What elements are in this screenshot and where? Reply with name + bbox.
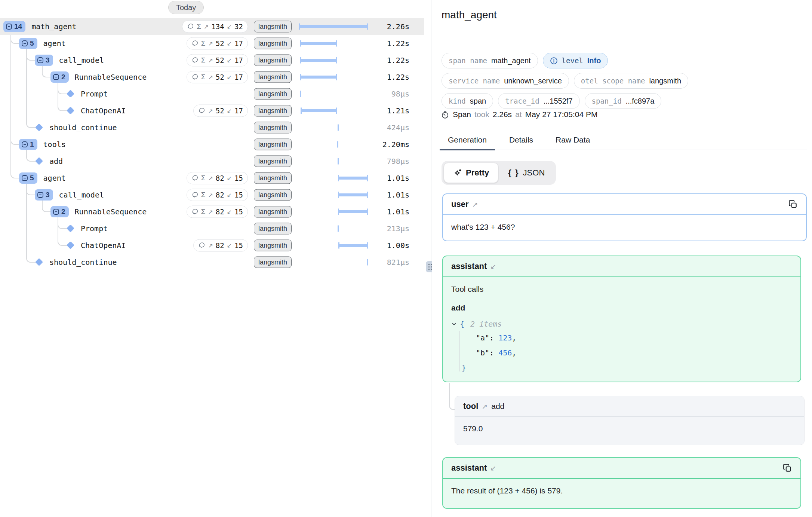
toggle-pretty[interactable]: Pretty <box>444 163 498 183</box>
output-tokens: 15 <box>234 208 243 216</box>
chevron-down-icon[interactable] <box>451 321 457 327</box>
json-indent-guide <box>459 331 460 371</box>
tool-call-arg-lines: "a": 123,"b": 456, <box>451 330 792 360</box>
timeline-bar <box>301 76 337 79</box>
tool-call-args-json: { 2 items "a": 123,"b": 456, } <box>451 318 792 375</box>
collapse-icon <box>37 57 44 64</box>
trace-row-agent[interactable]: 5agentΣ↗82↙15langsmith1.01s <box>0 169 424 186</box>
output-tokens: 15 <box>234 241 243 250</box>
collapse-icon <box>53 208 59 215</box>
langsmith-tag: langsmith <box>254 256 292 268</box>
leaf-diamond-icon <box>67 107 74 114</box>
span-name-label: agent <box>43 39 66 48</box>
token-usage-badge: Σ↗82↙15 <box>187 205 248 218</box>
output-tokens: 17 <box>234 56 243 64</box>
copy-button[interactable] <box>782 463 792 473</box>
span-timeline <box>299 68 367 85</box>
span-timeline <box>299 254 367 270</box>
tab-details[interactable]: Details <box>501 133 541 150</box>
collapse-icon <box>6 23 12 30</box>
tool-call-name: add <box>451 303 792 312</box>
trace-row-ChatOpenAI[interactable]: ChatOpenAI↗82↙15langsmith1.00s <box>0 237 424 254</box>
trace-row-should_continue[interactable]: should_continuelangsmith424µs <box>0 119 424 136</box>
trace-row-call_model[interactable]: 3call_modelΣ↗52↙17langsmith1.22s <box>0 52 424 68</box>
span-timeline <box>299 102 367 119</box>
attribute-pill-span_id: span_id...fc897a <box>585 93 662 109</box>
span-name-label: should_continue <box>49 123 117 132</box>
attribute-value: math_agent <box>491 56 531 65</box>
input-tokens-arrow-icon: ↗ <box>208 242 213 249</box>
attribute-pill-level: levelInfo <box>543 53 608 68</box>
timeline-tick <box>338 158 339 164</box>
span-duration: 1.22s <box>387 56 409 65</box>
tab-raw-data[interactable]: Raw Data <box>547 133 598 150</box>
trace-row-ChatOpenAI[interactable]: ChatOpenAI↗52↙17langsmith1.21s <box>0 102 424 119</box>
token-usage-badge: Σ↗82↙15 <box>187 189 248 201</box>
span-timeline <box>299 237 367 254</box>
token-usage-badge: Σ↗82↙15 <box>187 172 248 184</box>
message-card-tool-body: 579.0 <box>455 417 804 441</box>
toggle-json[interactable]: { } JSON <box>499 163 554 183</box>
langsmith-tag: langsmith <box>254 138 292 150</box>
collapse-badge[interactable]: 3 <box>35 55 53 66</box>
trace-row-call_model[interactable]: 3call_modelΣ↗82↙15langsmith1.01s <box>0 186 424 203</box>
collapse-badge[interactable]: 14 <box>3 21 25 32</box>
timeline-tick <box>300 91 301 97</box>
input-tokens: 52 <box>216 56 224 64</box>
trace-row-RunnableSequence[interactable]: 2RunnableSequenceΣ↗52↙17langsmith1.22s <box>0 68 424 85</box>
message-card-user: user ↗ what's 123 + 456? <box>442 193 807 241</box>
collapse-badge[interactable]: 5 <box>19 172 37 184</box>
tree-node: 5agent <box>19 38 66 49</box>
collapse-icon <box>53 74 59 80</box>
collapse-badge[interactable]: 2 <box>50 206 69 217</box>
trace-row-math_agent[interactable]: 14math_agentΣ↗134↙32langsmith2.26s <box>0 18 424 35</box>
attribute-pill-service_name: service_nameunknown_service <box>442 73 569 89</box>
span-timeline <box>299 136 367 153</box>
role-label: user <box>451 199 468 209</box>
collapse-badge[interactable]: 3 <box>35 189 53 201</box>
trace-row-Prompt[interactable]: Promptlangsmith98µs <box>0 85 424 102</box>
span-name-label: RunnableSequence <box>75 207 147 216</box>
timeline-bar <box>339 244 367 247</box>
input-tokens-arrow-icon: ↗ <box>208 174 213 181</box>
role-label: assistant <box>451 463 487 473</box>
panel-divider-right-line <box>431 0 431 517</box>
timing-took: took <box>474 110 489 119</box>
detail-tabs: GenerationDetailsRaw Data <box>440 133 807 150</box>
trace-row-RunnableSequence[interactable]: 2RunnableSequenceΣ↗82↙15langsmith1.01s <box>0 203 424 220</box>
leaf-diamond-icon <box>67 90 74 98</box>
tree-node: add <box>35 157 63 166</box>
sigma-icon: Σ <box>201 56 206 64</box>
trace-row-agent[interactable]: 5agentΣ↗52↙17langsmith1.22s <box>0 35 424 52</box>
coin-icon <box>198 107 205 114</box>
timeline-bar <box>301 42 337 45</box>
trace-row-Prompt[interactable]: Promptlangsmith213µs <box>0 220 424 237</box>
trace-row-should_continue[interactable]: should_continuelangsmith821µs <box>0 254 424 270</box>
tree-node: 3call_model <box>35 55 104 66</box>
span-name-label: Prompt <box>81 89 108 98</box>
date-filter-chip[interactable]: Today <box>168 1 204 14</box>
span-name-label: add <box>49 157 63 166</box>
langsmith-tag: langsmith <box>254 223 292 234</box>
langsmith-tag: langsmith <box>254 54 292 66</box>
copy-button[interactable] <box>788 199 798 209</box>
input-tokens-arrow-icon: ↗ <box>208 107 213 114</box>
attribute-value: span <box>470 97 486 105</box>
sigma-icon: Σ <box>201 39 206 48</box>
input-tokens: 52 <box>216 39 224 48</box>
span-duration: 1.01s <box>387 174 409 183</box>
coin-icon <box>187 23 194 30</box>
leaf-diamond-icon <box>35 123 43 131</box>
output-tokens-arrow-icon: ↙ <box>227 23 232 30</box>
tool-call-arg: "b": 456, <box>451 345 792 360</box>
timeline-bar <box>301 59 337 62</box>
collapse-badge[interactable]: 1 <box>19 139 37 150</box>
output-tokens-arrow-icon: ↙ <box>227 191 232 198</box>
collapse-badge[interactable]: 5 <box>19 38 37 49</box>
tab-generation[interactable]: Generation <box>440 133 495 150</box>
trace-row-tools[interactable]: 1toolslangsmith2.20ms <box>0 136 424 153</box>
collapse-badge[interactable]: 2 <box>50 71 69 83</box>
tree-node: ChatOpenAI <box>66 106 126 115</box>
trace-row-add[interactable]: addlangsmith798µs <box>0 153 424 169</box>
input-tokens-arrow-icon: ↗ <box>208 56 213 64</box>
